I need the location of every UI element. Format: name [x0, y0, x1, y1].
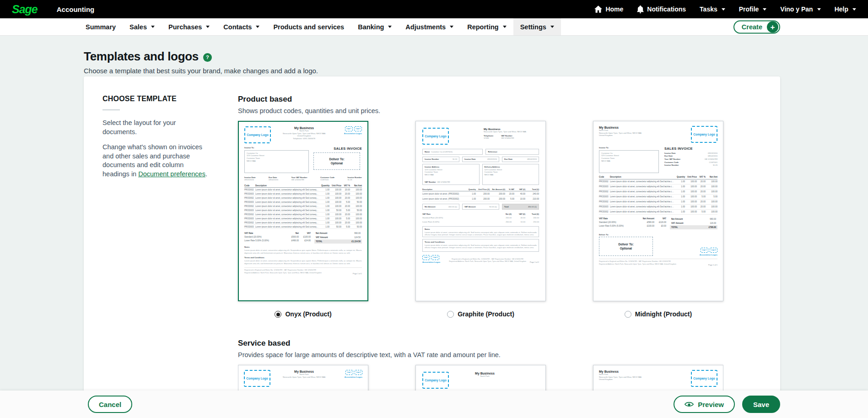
nav-item[interactable]: Contacts	[216, 18, 266, 35]
business-name: My Business	[449, 372, 521, 375]
radio-icon[interactable]	[447, 311, 454, 318]
topbar-home-label: Home	[605, 5, 623, 13]
notes-label: Notes	[244, 246, 362, 249]
customer-address-box: Customer Co123 Customer StreetCustomer T…	[244, 150, 309, 173]
topbar-help[interactable]: Help	[835, 5, 856, 13]
radio-icon[interactable]	[625, 311, 631, 318]
product-based-heading: Product based	[238, 95, 723, 104]
nav-item[interactable]: Settings	[513, 18, 561, 35]
invoice-table-header: CodeDescriptionQuantityUnit PriceVAT %Ne…	[599, 175, 717, 179]
nav-items: Summary Sales Purchases Contacts Product…	[79, 18, 561, 35]
choose-template-sidebar: CHOOSE TEMPLATE Select the layout for yo…	[102, 95, 238, 415]
create-button[interactable]: Create +	[733, 20, 780, 33]
page-title: Templates and logos	[84, 49, 199, 64]
invoice-line-row: PROD002Lorem ipsum dolor sit amet, conse…	[244, 212, 362, 217]
action-bar: Cancel Preview Save	[0, 391, 868, 418]
invoice-address-box: Invoice Address 123 Customer StreetCusto…	[422, 164, 480, 185]
topbar-notifications[interactable]: Notifications	[637, 5, 686, 13]
customer-address-line: NE13 9AA	[601, 160, 657, 163]
nav-item[interactable]: Adjustments	[399, 18, 460, 35]
templates-card: CHOOSE TEMPLATE Select the layout for yo…	[84, 76, 780, 415]
nav-item[interactable]: Summary	[79, 18, 123, 35]
radio-icon[interactable]	[275, 311, 281, 318]
totals-box: Net Amount680.00 VAT Amount116.00 TOTAL£…	[670, 217, 717, 229]
name-field-box: Name Customer Co (CUST001)	[422, 149, 483, 155]
template-thumbnail-onyx[interactable]: Company Logo My Business North Park Newc…	[238, 121, 368, 301]
business-name: My Business	[599, 126, 691, 129]
topbar-tasks[interactable]: Tasks	[700, 5, 725, 13]
invoice-line-row: PROD002Lorem ipsum dolor sit amet, conse…	[599, 179, 717, 185]
sage-logo[interactable]: Sage	[12, 4, 38, 15]
invoice-line-row: PROD002Lorem ipsum dolor sit amet, conse…	[599, 200, 717, 205]
business-name: My Business	[273, 126, 335, 130]
save-button-label: Save	[753, 401, 769, 408]
invoice-meta-cell: Invoice Date09/03/2016	[664, 152, 717, 155]
help-icon[interactable]: ?	[203, 53, 212, 62]
vat-rate-row: Lower Rate 5.00% (5.00%)£100.00£0.00	[599, 224, 666, 228]
sidebar-paragraph-2-suffix: .	[205, 170, 207, 178]
vat-summary: VAT RateNet AmountVAT Standard (20.00%)£…	[599, 217, 717, 229]
nav-item-label: Sales	[129, 23, 147, 31]
topbar-home[interactable]: Home	[594, 5, 623, 13]
preview-button[interactable]: Preview	[674, 396, 735, 413]
template-option-label: Graphite (Product)	[458, 310, 514, 318]
deliver-to-box: Deliver To:Optional	[313, 152, 360, 170]
logo2-placeholder: Logo 2	[355, 370, 362, 375]
product-based-description: Shows product codes, quantities and unit…	[238, 107, 723, 114]
business-phone: Telephone: 0191 2345678	[273, 137, 335, 140]
topbar-help-label: Help	[835, 5, 848, 13]
sales-invoice-title: SALES INVOICE	[664, 147, 717, 151]
preview-eye-icon	[685, 401, 694, 407]
logo2-placeholder: Logo 2	[431, 255, 439, 260]
logo2-placeholder: Logo 2	[354, 126, 362, 131]
customer-address-line: NE13 9AA	[247, 160, 307, 163]
invoice-meta-cell: Due Date 08/04/2016	[269, 176, 278, 181]
caret-down-icon	[256, 26, 259, 28]
invoice-meta-cell: Customer CodeCUST001	[664, 161, 717, 164]
topbar-notifications-label: Notifications	[647, 5, 686, 13]
top-bar-menu: Home Notifications Tasks Profile Vino y …	[594, 5, 856, 13]
topbar-company[interactable]: Vino y Pan	[780, 5, 820, 13]
nav-item[interactable]: Purchases	[162, 18, 216, 35]
invoice-table-header: CodeDescriptionQuantityUnit PriceVAT %Ne…	[244, 184, 362, 188]
association-logos-label: Association Logos	[338, 376, 362, 378]
vat-rate-row: Standard (20.00%)£500.00£100.00	[244, 235, 311, 239]
save-button[interactable]: Save	[742, 396, 780, 413]
invoice-line-row: Lorem ipsum dolor sit amet. (PROD002)1.0…	[422, 196, 539, 201]
nav-item[interactable]: Sales	[123, 18, 162, 35]
template-option[interactable]: Graphite (Product)	[415, 310, 546, 318]
invoice-to-label: Invoice To:	[244, 147, 309, 149]
terms-text: Lorem ipsum dolor sit amet, consectetur …	[244, 260, 362, 265]
vat-rate-row: Standard (20.00%)£580.00£116.00	[599, 221, 666, 224]
template-option[interactable]: Onyx (Product)	[238, 310, 368, 318]
template-option-label: Midnight (Product)	[635, 310, 692, 318]
invoice-table-header: DescriptionQuantityUnit Price (£)Net Amo…	[422, 187, 539, 191]
invoice-line-row: PROD003Lorem ipsum dolor sit amet, conse…	[244, 217, 362, 221]
template-thumbnail-midnight[interactable]: My Business North Park Newcastle Upon Ty…	[593, 121, 723, 301]
nav-item-label: Banking	[358, 23, 384, 31]
terms-label: Terms and Conditions	[244, 256, 362, 259]
nav-item[interactable]: Products and services	[266, 18, 351, 35]
document-preferences-link[interactable]: Document preferences	[138, 170, 205, 178]
invoice-meta-cell: Invoice Number SI-26	[348, 176, 362, 181]
create-button-label: Create	[742, 23, 762, 31]
topbar-profile-label: Profile	[739, 5, 759, 13]
invoice-footer: Registered in England and Wales No. 1234…	[244, 267, 362, 274]
caret-down-icon	[763, 8, 766, 11]
template-thumbnail-graphite[interactable]: Company Logo My Business Newcastle Upon …	[415, 121, 546, 301]
nav-item[interactable]: Reporting	[460, 18, 513, 35]
divider	[102, 109, 120, 110]
caret-down-icon	[151, 26, 155, 28]
company-logo-placeholder: Company Logo	[244, 126, 271, 143]
due-date-box: Due Date08/04/2016	[502, 157, 539, 163]
cancel-button[interactable]: Cancel	[88, 396, 132, 413]
logo1-placeholder: Logo 1	[345, 126, 353, 131]
nav-item-label: Purchases	[168, 23, 202, 31]
caret-down-icon	[852, 8, 856, 11]
topbar-profile[interactable]: Profile	[739, 5, 767, 13]
company-logo-placeholder: Company Logo	[691, 370, 717, 387]
template-option[interactable]: Midnight (Product)	[593, 310, 723, 318]
company-logo-placeholder: Company Logo	[691, 126, 717, 143]
logo1-placeholder: Logo 1	[701, 248, 708, 253]
nav-item[interactable]: Banking	[351, 18, 399, 35]
